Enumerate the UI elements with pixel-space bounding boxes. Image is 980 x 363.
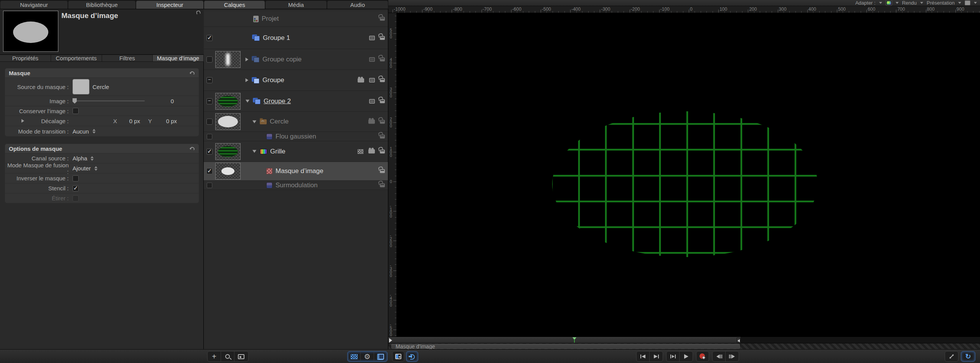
tab-comportements[interactable]: Comportements [51,55,102,61]
previous-frame-button[interactable] [713,351,726,361]
layer-row-flou-gaussien[interactable]: Flou gaussien [204,132,388,141]
tab-calques[interactable]: Calques [204,1,265,9]
loop-playback-button[interactable]: ↻ [961,351,975,362]
chevron-down-icon[interactable] [879,2,882,4]
unlock-icon[interactable] [380,169,385,173]
mask-source-well[interactable] [73,79,89,94]
tab-masque-dimage[interactable]: Masque d’image [153,55,204,61]
disclosure-collapsed-icon[interactable] [246,78,249,82]
layer-row-projet[interactable]: Projet [204,11,388,27]
monitor-icon[interactable] [369,99,375,104]
layer-row-grille[interactable]: Grille [204,141,388,162]
layer-row-groupe-2[interactable]: Groupe 2 [204,91,388,112]
h-ruler-label: 600 [868,7,875,12]
go-to-end-button[interactable] [650,351,663,361]
layer-row-groupe-copie[interactable]: Groupe copie [204,49,388,70]
monitor-icon[interactable] [369,57,375,62]
unlock-icon[interactable] [380,120,385,124]
decalage-disclosure-icon[interactable] [21,119,24,123]
image-value[interactable]: 0 [165,98,174,104]
tab-audio[interactable]: Audio [327,1,388,9]
unlock-icon[interactable] [380,183,385,187]
canvas-toolbar: Adapter : Rendu Présentation [388,0,980,6]
row-decalage: Décalage : X 0 px Y 0 px [5,116,199,126]
add-button[interactable]: + [208,351,221,361]
monitor-icon[interactable] [369,78,375,82]
mask-indicator-icon[interactable] [358,149,363,154]
disclosure-collapsed-icon[interactable] [246,57,249,61]
canal-popup[interactable]: Alpha [73,155,94,162]
selected-object-bar[interactable]: Masque d’image [391,344,740,349]
reset-icon[interactable] [189,146,195,151]
preview-toggle-button[interactable] [234,351,248,361]
color-channels-icon[interactable] [886,0,892,6]
unlock-icon[interactable] [380,99,385,103]
transition-popup[interactable]: Aucun [73,128,96,135]
image-slider[interactable] [73,98,145,104]
monitor-icon[interactable] [369,36,375,40]
disclosure-expanded-icon[interactable] [246,100,249,103]
conserver-checkbox[interactable] [73,108,79,114]
chevron-down-icon[interactable] [958,2,961,4]
popup-arrows-icon [92,129,96,134]
search-button[interactable] [221,351,234,361]
show-media-button[interactable] [374,351,387,361]
unlock-icon[interactable] [380,150,385,153]
fullscreen-button[interactable] [945,351,959,362]
fusion-popup[interactable]: Ajouter [73,165,97,172]
disclosure-expanded-icon[interactable] [252,150,256,153]
layer-row-groupe[interactable]: Groupe [204,70,388,91]
range-end-marker[interactable] [737,338,741,343]
playhead[interactable] [572,337,577,343]
view-popup-label[interactable]: Présentation [927,0,955,6]
camera-icon[interactable] [368,120,375,124]
canvas-viewport[interactable]: 5 0 04 0 03 0 02 0 01 0 00- 1 0 0- 2 0 0… [388,13,980,337]
unlock-icon[interactable] [380,78,385,82]
chevron-down-icon[interactable] [920,2,923,4]
play-from-start-button[interactable] [667,351,680,361]
decalage-x-value[interactable]: 0 px [119,118,140,124]
range-start-marker[interactable] [389,338,392,343]
scrub-bar[interactable] [388,337,741,343]
tab-media[interactable]: Média [266,1,326,9]
layers-add-tools: + [207,351,249,362]
record-button[interactable] [696,351,709,362]
show-masks-button[interactable] [348,351,361,361]
tab-inspecteur[interactable]: Inspecteur [136,1,203,9]
reset-icon[interactable] [189,71,195,76]
v-ruler[interactable]: 5 0 04 0 03 0 02 0 01 0 00- 1 0 0- 2 0 0… [388,13,397,337]
mini-timeline[interactable]: Masque d’image [388,343,980,349]
decalage-y-value[interactable]: 0 px [155,118,177,124]
layer-row-cercle[interactable]: Cercle [204,112,388,132]
timeline-scrubber[interactable] [388,337,980,343]
render-popup-label[interactable]: Rendu [902,0,917,6]
next-frame-button[interactable] [726,351,739,361]
show-project-pane-button[interactable] [392,351,404,362]
slider-thumb[interactable] [73,98,77,104]
unlock-icon[interactable] [380,17,385,21]
unlock-icon[interactable] [380,135,385,139]
unlock-icon[interactable] [380,58,385,61]
tab-filtres[interactable]: Filtres [102,55,153,61]
background-swatch[interactable] [965,0,970,5]
camera-icon[interactable] [368,149,375,153]
unlock-icon[interactable] [380,36,385,40]
camera-icon[interactable] [358,78,364,82]
layer-row-masque-dimage[interactable]: Masque d’image [204,162,388,181]
chevron-down-icon[interactable] [974,2,977,4]
go-to-start-button[interactable] [637,351,650,361]
h-ruler[interactable]: -1000-900-800-700-600-500-400-300-200-10… [388,6,980,13]
audio-mute-button[interactable] [406,351,418,362]
settings-button[interactable]: ⚙ [361,351,374,361]
tab-bibliotheque[interactable]: Bibliothèque [68,1,135,9]
layer-row-surmodulation[interactable]: Surmodulation [204,181,388,190]
tab-proprietes[interactable]: Propriétés [0,55,51,61]
inverser-checkbox[interactable] [73,175,79,182]
disclosure-expanded-icon[interactable] [252,120,256,123]
play-button[interactable] [680,351,693,361]
chevron-down-icon[interactable] [896,2,899,4]
layer-row-groupe-1[interactable]: Groupe 1 [204,27,388,49]
tab-navigateur[interactable]: Navigateur [0,1,68,9]
stencil-checkbox[interactable] [73,185,79,191]
zoom-popup-label[interactable]: Adapter : [855,0,876,6]
